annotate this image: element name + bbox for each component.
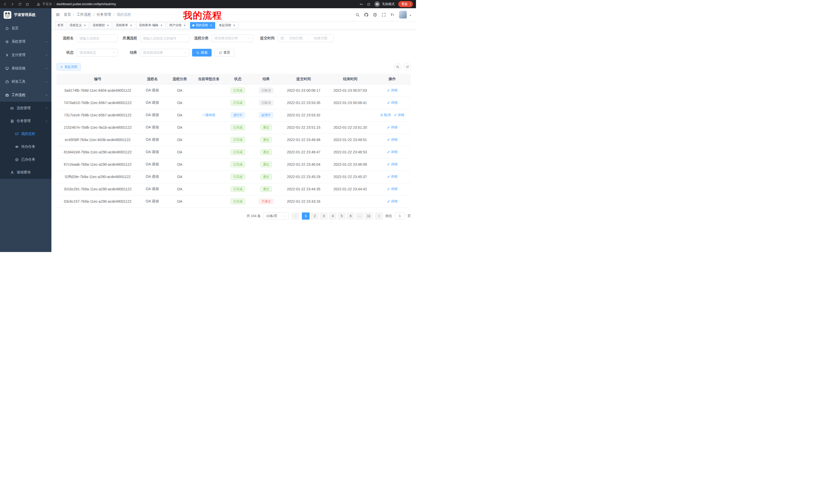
detail-link[interactable]: 详情 (387, 125, 397, 130)
tab-my-process[interactable]: 我的流程× (190, 22, 215, 29)
process-table: 编号流程名流程分类当前审批任务状态结果提交时间结束时间操作 3ad174fb-7… (57, 74, 411, 208)
toggle-search-button[interactable] (394, 63, 401, 71)
page-size-select[interactable]: 10条/页 (263, 213, 289, 220)
process-name-input[interactable] (79, 36, 115, 40)
search-button-label: 搜索 (201, 50, 207, 55)
tab-process-form[interactable]: 流程表单× (113, 22, 135, 29)
browser-back-icon[interactable] (3, 2, 7, 6)
page-button-11[interactable]: 11 (365, 213, 372, 220)
sidebar-item-infrastructure[interactable]: 基础设施 (0, 62, 51, 75)
detail-link[interactable]: 详情 (387, 187, 397, 191)
detail-link[interactable]: 详情 (387, 137, 397, 142)
sidebar-item-task-management[interactable]: 任务管理 (0, 115, 51, 128)
detail-link[interactable]: 详情 (387, 174, 397, 179)
search-button[interactable]: 搜索 (192, 49, 212, 57)
tab-start-process[interactable]: 发起流程× (216, 22, 238, 29)
update-button[interactable]: 更新 (398, 1, 413, 7)
page-button-3[interactable]: 3 (320, 213, 328, 220)
user-avatar[interactable] (399, 11, 407, 19)
url-text[interactable]: dashboard.yudao.iocoder.cn/bpm/task/my (57, 2, 116, 6)
hamburger-icon[interactable] (55, 12, 60, 17)
password-key-icon[interactable] (359, 2, 363, 6)
tab-close-icon[interactable]: × (83, 24, 87, 27)
table-row: 67c2eaab-7b9a-11ec-a290-acde48001122OA 请… (57, 158, 411, 171)
annotation-text: 我的流程 (183, 9, 222, 22)
search-icon (196, 51, 200, 54)
cell-status: 已完成 (224, 158, 252, 171)
security-label[interactable]: 不安全 (43, 2, 52, 6)
github-icon[interactable] (364, 12, 368, 17)
help-docs-icon[interactable] (373, 12, 377, 17)
browser-forward-icon[interactable] (10, 2, 15, 6)
page-button-4[interactable]: 4 (329, 213, 337, 220)
browser-reload-icon[interactable] (18, 2, 22, 6)
app-logo-row[interactable]: 芋道管理系统 (0, 8, 51, 22)
fullscreen-icon[interactable] (382, 12, 386, 17)
sidebar-item-my-process[interactable]: 我的流程 (0, 128, 51, 140)
page-button-6[interactable]: 6 (347, 213, 355, 220)
tab-process-form-edit[interactable]: 流程表单-编辑× (136, 22, 165, 29)
breadcrumb-item[interactable]: 工作流程 (77, 12, 91, 17)
avatar-caret-icon[interactable] (409, 14, 412, 17)
tab-close-icon[interactable]: × (106, 24, 110, 27)
pagination-total: 共 104 条 (246, 214, 261, 218)
jump-page-input[interactable] (395, 213, 405, 220)
header-search-icon[interactable] (355, 12, 360, 17)
font-size-icon[interactable]: TT (390, 12, 395, 17)
cell-id: 03c6c157-7b9a-11ec-a290-acde48001122 (57, 195, 139, 207)
prev-page-button[interactable] (291, 213, 299, 220)
tab-process-definition[interactable]: 流程定义× (67, 22, 89, 29)
tab-close-icon[interactable]: × (209, 24, 213, 27)
sidebar-item-dev-tools[interactable]: 研发工具 (0, 75, 51, 88)
category-select[interactable]: 请选择流程分类 (212, 34, 253, 42)
tab-close-icon[interactable]: × (129, 24, 133, 27)
detail-link[interactable]: 详情 (387, 150, 397, 155)
reset-button[interactable]: 重置 (215, 49, 234, 57)
address-bar[interactable]: 不安全 dashboard.yudao.iocoder.cn/bpm/task/… (36, 2, 116, 6)
breadcrumb-item[interactable]: 首页 (64, 12, 71, 17)
sidebar-item-done-tasks[interactable]: 已办任务 (0, 153, 51, 166)
page-button-1[interactable]: 1 (302, 213, 310, 220)
column-header: 结果 (252, 74, 281, 84)
breadcrumb-item[interactable]: 任务管理 (97, 12, 111, 17)
next-page-button[interactable] (375, 213, 383, 220)
detail-link[interactable]: 详情 (387, 101, 397, 105)
sidebar-item-todo-tasks[interactable]: 待办任务 (0, 140, 51, 153)
security-warning-icon[interactable] (36, 2, 41, 6)
sidebar-item-payment-management[interactable]: 支付管理 (0, 48, 51, 62)
status-select[interactable]: 请选择状态 (77, 49, 118, 57)
page-button-5[interactable]: 5 (338, 213, 345, 220)
tab-home[interactable]: 首页 (55, 22, 66, 29)
sidebar-item-system-management[interactable]: 系统管理 (0, 35, 51, 48)
detail-link[interactable]: 详情 (387, 199, 397, 204)
page-button-2[interactable]: 2 (311, 213, 318, 220)
process-definition-input-wrap (140, 34, 189, 42)
tab-process-model[interactable]: 流程模型× (90, 22, 112, 29)
cancel-link[interactable]: 取消 (380, 113, 391, 117)
browser-home-icon[interactable] (25, 2, 29, 6)
process-definition-input[interactable] (143, 36, 187, 40)
tab-close-icon[interactable]: × (160, 24, 163, 27)
submit-time-range-picker[interactable]: 开始日期 - 结束日期 (278, 34, 334, 42)
tab-close-icon[interactable]: × (183, 24, 186, 27)
sidebar-item-leave-query[interactable]: 请假查询 (0, 166, 51, 179)
tab-user-group[interactable]: 用户分组× (167, 22, 189, 29)
status-tag: 已完成 (231, 199, 245, 204)
detail-link[interactable]: 详情 (394, 113, 405, 117)
current-task-link[interactable]: 一级审批 (202, 113, 215, 117)
detail-link[interactable]: 详情 (387, 88, 397, 93)
sidebar-item-workflow[interactable]: 工作流程 (0, 88, 51, 102)
result-select[interactable]: 请选择流结果 (140, 49, 189, 57)
sidebar-item-home[interactable]: 首页 (0, 22, 51, 35)
cell-actions: 详情 (373, 158, 411, 171)
detail-link[interactable]: 详情 (387, 162, 397, 167)
page-ellipsis[interactable]: ··· (356, 213, 364, 220)
sidebar-item-process-management[interactable]: 流程管理 (0, 102, 51, 115)
tab-close-icon[interactable]: × (232, 24, 236, 27)
refresh-table-button[interactable] (404, 63, 411, 71)
chevron-down-icon (45, 40, 48, 43)
status-tag: 已完成 (231, 137, 245, 143)
browser-menu-icon[interactable] (409, 2, 412, 6)
create-process-button[interactable]: 发起流程 (57, 63, 81, 71)
bookmark-star-icon[interactable] (367, 2, 371, 6)
